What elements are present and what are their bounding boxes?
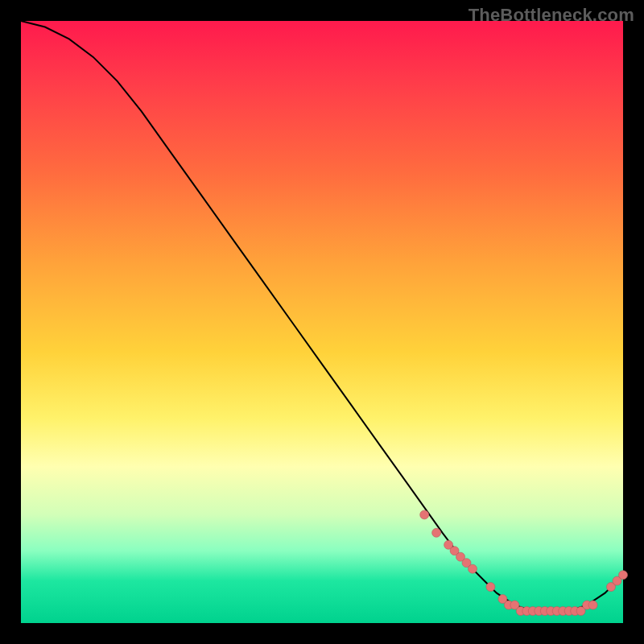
highlight-point (486, 583, 495, 592)
highlight-point (619, 571, 628, 580)
highlight-point (469, 564, 477, 573)
chart-stage: TheBottleneck.com (0, 0, 644, 644)
chart-plot-area (21, 21, 623, 623)
chart-overlay (21, 21, 623, 623)
bottleneck-curve (21, 21, 623, 611)
watermark-label: TheBottleneck.com (469, 5, 634, 26)
highlight-point (432, 528, 441, 537)
highlight-point (588, 601, 597, 609)
highlight-point (420, 510, 429, 519)
